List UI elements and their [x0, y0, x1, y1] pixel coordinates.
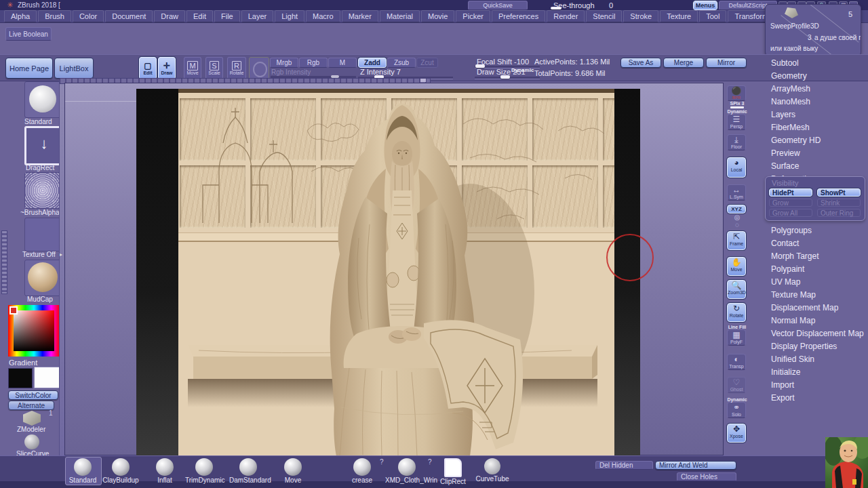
tray-collapse-arrow-icon[interactable]: ▸ [60, 251, 62, 258]
persp-button[interactable]: ☰Persp [727, 114, 746, 130]
alternate-button[interactable]: Alternate [8, 401, 54, 410]
zsub-button[interactable]: Zsub [387, 58, 416, 68]
frame-button[interactable]: ⇱Frame [727, 231, 746, 250]
panel-item-display-properties[interactable]: Display Properties [771, 342, 868, 351]
panel-item-polypaint[interactable]: Polypaint [771, 264, 868, 274]
sculpt-document[interactable] [178, 89, 614, 456]
home-page-button[interactable]: Home Page [5, 58, 53, 79]
canvas-viewport[interactable] [64, 83, 724, 455]
material-thumbnail[interactable] [24, 260, 61, 296]
panel-item-texture-map[interactable]: Texture Map [771, 290, 868, 300]
zadd-button[interactable]: Zadd [358, 58, 387, 68]
stroke-preview-icon[interactable] [249, 57, 269, 79]
panel-item-displacement-map[interactable]: Displacement Map [771, 303, 868, 312]
brush-crease[interactable]: crease [343, 458, 381, 484]
panel-item-nanomesh[interactable]: NanoMesh [771, 97, 868, 106]
outer-ring-button[interactable]: Outer Ring [817, 209, 861, 217]
transp-button[interactable]: ◐Transp [727, 354, 746, 370]
see-through-slider[interactable] [551, 7, 561, 9]
brush-thumbnail[interactable] [24, 81, 61, 118]
panel-item-subtool[interactable]: Subtool [771, 58, 868, 68]
mirror-button[interactable]: Mirror [706, 58, 747, 68]
brush-move[interactable]: Move [274, 458, 312, 484]
quickpick-tool-label[interactable]: SweepProfile3D [770, 22, 819, 30]
m-button[interactable]: M [328, 58, 357, 68]
brush-damstandard[interactable]: DamStandard [229, 458, 267, 484]
menu-movie[interactable]: Movie [421, 10, 454, 22]
xpose-button[interactable]: ✥Xpose [727, 424, 746, 443]
stroke-thumbnail[interactable]: ↓ [24, 126, 64, 165]
brush-cliprect[interactable]: ClipRect [434, 458, 472, 485]
main-color-swatch[interactable] [8, 368, 33, 388]
shrink-button[interactable]: Shrink [817, 199, 861, 207]
menu-light[interactable]: Light [275, 10, 304, 22]
hidept-button[interactable]: HidePt [769, 188, 812, 197]
xyz-button[interactable]: XYZ [727, 205, 746, 214]
close-holes-button[interactable]: Close Holes [677, 472, 736, 481]
menu-brush[interactable]: Brush [38, 10, 71, 22]
showpt-button[interactable]: ShowPt [817, 188, 861, 197]
menu-marker[interactable]: Marker [342, 10, 378, 22]
scale-mode-button[interactable]: S Scale [205, 57, 223, 79]
mirror-and-weld-button[interactable]: Mirror And Weld [655, 461, 736, 470]
panel-item-export[interactable]: Export [771, 393, 868, 403]
menu-color[interactable]: Color [73, 10, 104, 22]
zcut-button[interactable]: Zcut [416, 58, 438, 68]
panel-item-polygroups[interactable]: Polygroups [771, 226, 868, 235]
panel-item-initialize[interactable]: Initialize [771, 367, 868, 377]
brush-xmd-cloth-wrin[interactable]: XMD_Cloth_Wrin [385, 458, 429, 484]
menu-texture[interactable]: Texture [660, 10, 698, 22]
menu-alpha[interactable]: Alpha [4, 10, 37, 22]
y-axis-icon[interactable]: ◎ [727, 214, 747, 221]
brush-claybuildup[interactable]: ClayBuildup [102, 458, 140, 484]
rgb-button[interactable]: Rgb [299, 58, 328, 68]
menu-render[interactable]: Render [547, 10, 585, 22]
draw-size-handle[interactable] [500, 75, 510, 79]
brush-trimdynamic[interactable]: TrimDynamic [185, 458, 223, 484]
menu-stencil[interactable]: Stencil [586, 10, 622, 22]
solo-button[interactable]: ⚭Solo [727, 402, 746, 418]
panel-item-uv-map[interactable]: UV Map [771, 277, 868, 287]
menu-picker[interactable]: Picker [456, 10, 490, 22]
mrgb-button[interactable]: Mrgb [270, 58, 298, 68]
z-axis-icon[interactable]: ◌ [727, 221, 747, 228]
panel-item-morph-target[interactable]: Morph Target [771, 251, 868, 261]
dynamic-label[interactable]: Dynamic [511, 67, 534, 73]
panel-item-layers[interactable]: Layers [771, 110, 868, 119]
brush-inflat[interactable]: Inflat [146, 458, 184, 484]
ghost-button[interactable]: ♡Ghost [727, 377, 746, 393]
tray-scrollbar[interactable] [1, 230, 7, 294]
rotate-canvas-button[interactable]: ↻Rotate [727, 303, 746, 322]
menu-edit[interactable]: Edit [186, 10, 213, 22]
menu-macro[interactable]: Macro [306, 10, 340, 22]
secondary-color-swatch[interactable] [34, 367, 60, 388]
sweep-profile-icon[interactable] [785, 7, 798, 18]
switch-color-button[interactable]: SwitchColor [8, 390, 58, 400]
menu-preferences[interactable]: Preferences [492, 10, 545, 22]
grow-all-button[interactable]: Grow All [769, 209, 812, 217]
texture-thumbnail[interactable] [24, 218, 61, 251]
rotate-mode-button[interactable]: R Rotate [227, 57, 246, 79]
brush-standard[interactable]: Standard [64, 458, 102, 484]
visibility-label[interactable]: Visibility [772, 179, 799, 187]
panel-item-preview[interactable]: Preview [771, 148, 868, 158]
lightbox-button[interactable]: LightBox [54, 58, 94, 79]
panel-item-import[interactable]: Import [771, 380, 868, 390]
panel-item-geometry-hd[interactable]: Geometry HD [771, 136, 868, 145]
gradient-label[interactable]: Gradient [9, 359, 37, 367]
move-mode-button[interactable]: M Move [184, 57, 201, 79]
timeline-marker[interactable] [420, 79, 426, 82]
local-button[interactable]: ◕Local [727, 157, 746, 178]
merge-button[interactable]: Merge [663, 58, 704, 68]
menu-document[interactable]: Document [105, 10, 153, 22]
panel-item-vector-displacement-map[interactable]: Vector Displacement Map [771, 329, 868, 338]
panel-item-normal-map[interactable]: Normal Map [771, 316, 868, 325]
color-picker[interactable] [8, 305, 60, 357]
menu-stroke[interactable]: Stroke [623, 10, 658, 22]
lsym-button[interactable]: ↔L.Sym [727, 184, 746, 201]
brush-curvetube[interactable]: CurveTube [473, 458, 511, 483]
menu-layer[interactable]: Layer [241, 10, 274, 22]
panel-item-surface[interactable]: Surface [771, 161, 868, 171]
polyf-button[interactable]: ▦PolyF [727, 329, 746, 346]
draw-mode-button[interactable]: ✛ Draw [158, 57, 176, 79]
